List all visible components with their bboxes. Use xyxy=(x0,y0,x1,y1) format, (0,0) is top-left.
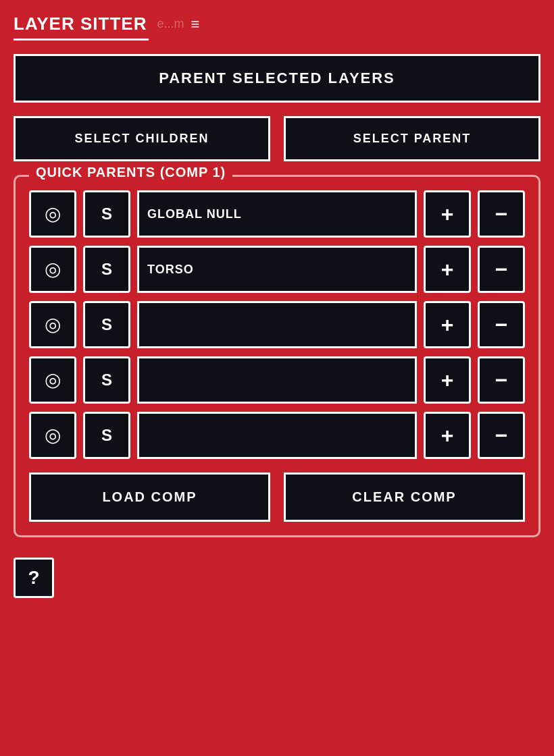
plus-button-5[interactable]: + xyxy=(424,412,471,459)
minus-button-2[interactable]: − xyxy=(478,246,525,293)
s-button-4[interactable]: S xyxy=(83,356,130,404)
s-button-2[interactable]: S xyxy=(83,246,130,293)
s-icon-1: S xyxy=(101,205,112,223)
name-field-3[interactable] xyxy=(137,301,417,348)
header: LAYER SITTER e...m ≡ xyxy=(14,14,540,34)
s-icon-4: S xyxy=(101,371,112,389)
name-field-2[interactable] xyxy=(137,246,417,293)
select-buttons-row: SELECT CHILDREN SELECT PARENT xyxy=(14,116,540,161)
minus-button-3[interactable]: − xyxy=(478,301,525,348)
parent-selected-layers-button[interactable]: PARENT SELECTED LAYERS xyxy=(14,54,540,103)
quick-parents-label: QUICK PARENTS (COMP 1) xyxy=(29,165,232,180)
spiral-button-3[interactable]: ◎ xyxy=(29,301,76,348)
s-icon-2: S xyxy=(101,260,112,279)
app-container: LAYER SITTER e...m ≡ PARENT SELECTED LAY… xyxy=(0,0,554,756)
spiral-button-2[interactable]: ◎ xyxy=(29,246,76,293)
parent-row: ◎ S + − xyxy=(29,190,525,238)
s-button-1[interactable]: S xyxy=(83,190,130,238)
spiral-button-5[interactable]: ◎ xyxy=(29,412,76,459)
quick-parents-section: QUICK PARENTS (COMP 1) ◎ S + − ◎ S + − xyxy=(14,175,540,537)
spiral-button-4[interactable]: ◎ xyxy=(29,356,76,404)
watermark: e...m xyxy=(157,17,184,31)
plus-button-4[interactable]: + xyxy=(424,356,471,404)
spiral-icon-5: ◎ xyxy=(45,426,61,445)
name-field-1[interactable] xyxy=(137,190,417,238)
load-comp-button[interactable]: LOAD COMP xyxy=(29,473,270,522)
comp-buttons-row: LOAD COMP CLEAR COMP xyxy=(29,473,525,522)
parent-row: ◎ S + − xyxy=(29,412,525,459)
menu-icon[interactable]: ≡ xyxy=(191,16,199,33)
plus-button-1[interactable]: + xyxy=(424,190,471,238)
plus-button-3[interactable]: + xyxy=(424,301,471,348)
s-button-5[interactable]: S xyxy=(83,412,130,459)
parent-row: ◎ S + − xyxy=(29,246,525,293)
minus-button-1[interactable]: − xyxy=(478,190,525,238)
minus-button-4[interactable]: − xyxy=(478,356,525,404)
select-children-button[interactable]: SELECT CHILDREN xyxy=(14,116,270,161)
clear-comp-button[interactable]: CLEAR COMP xyxy=(284,473,525,522)
app-title: LAYER SITTER xyxy=(14,14,147,34)
parent-row: ◎ S + − xyxy=(29,301,525,348)
select-parent-button[interactable]: SELECT PARENT xyxy=(284,116,540,161)
name-field-5[interactable] xyxy=(137,412,417,459)
name-field-4[interactable] xyxy=(137,356,417,404)
s-icon-3: S xyxy=(101,315,112,334)
spiral-icon-2: ◎ xyxy=(45,260,61,279)
s-icon-5: S xyxy=(101,426,112,445)
plus-button-2[interactable]: + xyxy=(424,246,471,293)
s-button-3[interactable]: S xyxy=(83,301,130,348)
parent-row: ◎ S + − xyxy=(29,356,525,404)
spiral-button-1[interactable]: ◎ xyxy=(29,190,76,238)
minus-button-5[interactable]: − xyxy=(478,412,525,459)
spiral-icon-1: ◎ xyxy=(45,205,61,223)
spiral-icon-3: ◎ xyxy=(45,315,61,334)
help-button[interactable]: ? xyxy=(14,558,54,598)
spiral-icon-4: ◎ xyxy=(45,371,61,389)
header-underline xyxy=(14,38,149,40)
